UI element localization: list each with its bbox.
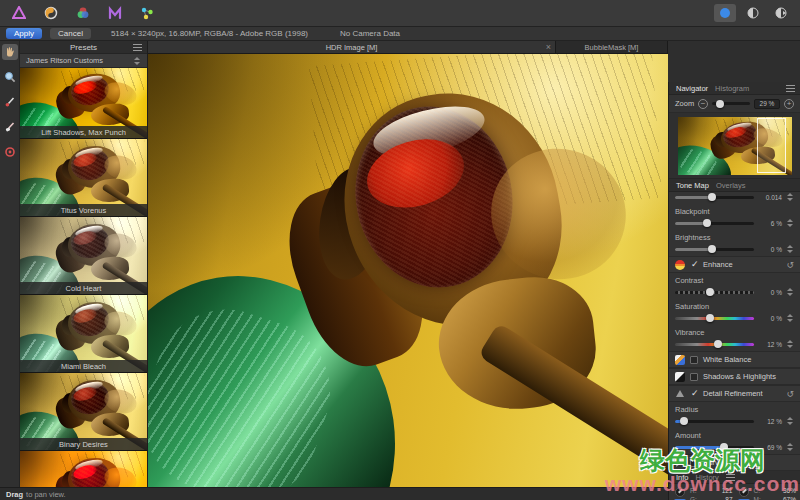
- curves-checkbox[interactable]: [690, 459, 698, 467]
- category-stepper-icon[interactable]: [133, 57, 141, 65]
- channel-label: M:: [754, 496, 766, 500]
- single-view-icon[interactable]: [714, 4, 736, 22]
- stepper-icon[interactable]: [786, 340, 794, 348]
- channel-value: 67%: [783, 496, 796, 500]
- stepper-icon[interactable]: [786, 417, 794, 425]
- preset-item[interactable]: Binary Desires: [20, 373, 147, 451]
- erase-brush-tool-icon[interactable]: [2, 119, 18, 135]
- split-view-icon[interactable]: [742, 4, 764, 22]
- stepper-icon[interactable]: [786, 193, 794, 201]
- detail-refinement-checkbox[interactable]: [690, 390, 698, 398]
- slider-value: 12 %: [758, 341, 782, 348]
- channel-label: G:: [690, 496, 702, 500]
- paint-brush-tool-icon[interactable]: [2, 94, 18, 110]
- stepper-icon[interactable]: [786, 245, 794, 253]
- slider-value: 0 %: [758, 246, 782, 253]
- enhance-section[interactable]: Enhance ↺: [669, 256, 800, 273]
- detail-refinement-section[interactable]: Detail Refinement ↺: [669, 385, 800, 402]
- slider-track[interactable]: [675, 317, 754, 320]
- zoom-slider[interactable]: [712, 102, 750, 105]
- preset-item[interactable]: [20, 451, 147, 487]
- zoom-out-button[interactable]: −: [698, 99, 708, 109]
- preset-category-label: James Ritson Customs: [26, 56, 103, 65]
- white-balance-checkbox[interactable]: [690, 356, 698, 364]
- preset-item[interactable]: Miami Bleach: [20, 295, 147, 373]
- preset-item[interactable]: Cold Heart: [20, 217, 147, 295]
- slider-value: 69 %: [758, 444, 782, 451]
- preset-name: Cold Heart: [20, 282, 147, 294]
- close-tab-icon[interactable]: ×: [546, 42, 551, 52]
- radius-slider-row: Radius 12 %: [669, 402, 800, 428]
- flood-erase-tool-icon[interactable]: [2, 144, 18, 160]
- persona-toolbar: [0, 0, 800, 27]
- apply-button[interactable]: Apply: [6, 28, 42, 39]
- slider-track[interactable]: [675, 196, 754, 199]
- slider-value: 12 %: [758, 418, 782, 425]
- zoom-value: 29 %: [754, 99, 780, 109]
- tool-strip: [0, 41, 20, 487]
- tab-overlays[interactable]: Overlays: [716, 181, 746, 190]
- preset-item[interactable]: Titus Vorenus: [20, 139, 147, 217]
- preset-category-select[interactable]: James Ritson Customs: [20, 54, 147, 68]
- tab-info[interactable]: Info: [676, 473, 689, 482]
- navigator-preview[interactable]: [669, 113, 800, 179]
- tab-navigator[interactable]: Navigator: [676, 84, 708, 93]
- document-tab-hdr-image[interactable]: HDR Image [M] ×: [148, 41, 556, 53]
- stepper-icon[interactable]: [786, 288, 794, 296]
- develop-persona-icon[interactable]: [72, 4, 94, 23]
- navigator-view-rectangle[interactable]: [757, 118, 786, 173]
- panel-menu-icon[interactable]: [786, 85, 795, 92]
- rgba-readout: R:121 G:87 B:0 A:255: [673, 487, 733, 500]
- enhance-icon: [675, 260, 685, 270]
- affinity-photo-window: Apply Cancel 5184 × 3240px, 16.80MP, RGB…: [0, 0, 800, 500]
- preset-list: Lift Shadows, Max Punch Titus Vorenus Co…: [20, 68, 147, 487]
- shadows-highlights-checkbox[interactable]: [690, 373, 698, 381]
- slider-track[interactable]: [675, 343, 754, 346]
- white-balance-section[interactable]: White Balance: [669, 351, 800, 368]
- view-tool-icon[interactable]: [2, 44, 18, 60]
- tab-history[interactable]: History: [696, 473, 719, 482]
- channel-label: C:: [754, 487, 766, 495]
- document-tab-label: HDR Image [M]: [326, 43, 378, 52]
- stepper-icon[interactable]: [786, 443, 794, 451]
- slider-track[interactable]: [675, 222, 754, 225]
- image-viewport[interactable]: [148, 54, 668, 487]
- shadows-highlights-icon: [675, 372, 685, 382]
- panel-menu-icon[interactable]: [133, 44, 142, 51]
- tone-map-panel-tabs: Tone Map Overlays: [669, 179, 800, 192]
- vibrance-slider-row: Vibrance 12 %: [669, 325, 800, 351]
- curves-section[interactable]: Curves: [669, 454, 800, 471]
- presets-title: Presets: [70, 43, 97, 52]
- cancel-button[interactable]: Cancel: [50, 28, 91, 39]
- stepper-icon[interactable]: [786, 219, 794, 227]
- slider-track[interactable]: [675, 248, 754, 251]
- slider-label: Brightness: [675, 231, 794, 245]
- slider-value: 0 %: [758, 289, 782, 296]
- zoom-in-button[interactable]: +: [784, 99, 794, 109]
- slider-track[interactable]: [675, 291, 754, 294]
- tab-tone-map[interactable]: Tone Map: [676, 181, 709, 190]
- enhance-checkbox[interactable]: [690, 261, 698, 269]
- slider-track[interactable]: [675, 446, 754, 449]
- contrast-slider-row: Contrast 0 %: [669, 273, 800, 299]
- tone-mapping-persona-icon[interactable]: [104, 4, 126, 23]
- zoom-tool-icon[interactable]: [2, 69, 18, 85]
- eyedropper-icon[interactable]: [675, 487, 685, 497]
- reset-icon[interactable]: ↺: [786, 260, 794, 270]
- document-tab-bubblemask[interactable]: BubbleMask [M]: [556, 41, 668, 53]
- tab-histogram[interactable]: Histogram: [715, 84, 749, 93]
- mirror-view-icon[interactable]: [770, 4, 792, 22]
- export-persona-icon[interactable]: [136, 4, 158, 23]
- reset-icon[interactable]: ↺: [786, 389, 794, 399]
- amount-slider-row: Amount 69 %: [669, 428, 800, 454]
- preset-item[interactable]: Lift Shadows, Max Punch: [20, 68, 147, 139]
- enhance-label: Enhance: [703, 260, 733, 269]
- photo-persona-icon[interactable]: [8, 4, 30, 23]
- stepper-icon[interactable]: [786, 314, 794, 322]
- slider-track[interactable]: [675, 420, 754, 423]
- shadows-highlights-section[interactable]: Shadows & Highlights: [669, 368, 800, 385]
- slider-value: 6 %: [758, 220, 782, 227]
- eyedropper-icon[interactable]: [739, 487, 749, 497]
- liquify-persona-icon[interactable]: [40, 4, 62, 23]
- panel-menu-icon[interactable]: [726, 474, 735, 481]
